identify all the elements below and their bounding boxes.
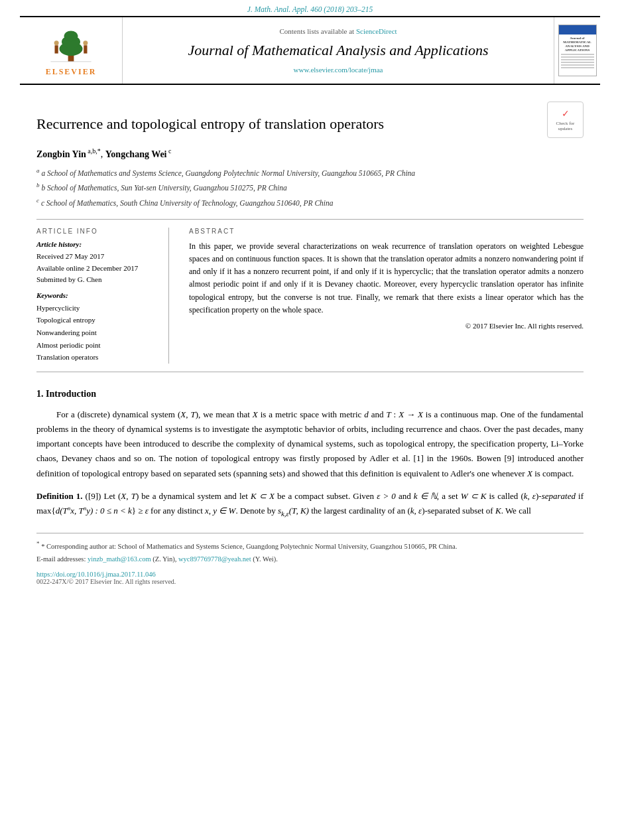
def-math-K2: K [495, 506, 501, 516]
math-X-to-X: X → X [399, 409, 423, 419]
affil-a-text: a School of Mathematics and Systems Scie… [41, 169, 415, 177]
abstract-col: ABSTRACT In this paper, we provide sever… [189, 228, 584, 364]
footnote-area: * * Corresponding author at: School of M… [36, 533, 584, 585]
svg-point-6 [83, 40, 88, 45]
keywords-title: Keywords: [36, 291, 155, 299]
affil-c-text: c School of Mathematics, South China Uni… [41, 199, 334, 207]
svg-point-3 [64, 31, 78, 41]
cover-line-3 [561, 59, 594, 60]
svg-point-4 [54, 40, 59, 45]
email2-note: (Y. Wei). [253, 555, 278, 563]
section-divider [36, 372, 584, 372]
check-updates-badge: ✓ Check for updates [547, 102, 584, 138]
sciencedirect-line: Contents lists available at ScienceDirec… [279, 27, 397, 35]
author-2-sup: c [167, 147, 172, 155]
elsevier-logo-box: ELSEVIER [20, 17, 123, 84]
issn-line: 0022-247X/© 2017 Elsevier Inc. All right… [36, 578, 584, 585]
def-math-dist: d(Tnx, Tny) : 0 ≤ n < k [56, 506, 132, 516]
email-footnote: E-mail addresses: yinzb_math@163.com (Z.… [36, 554, 584, 565]
author-2-name: Yongchang Wei [105, 149, 167, 159]
keywords-list: Hypercyclicity Topological entropy Nonwa… [36, 302, 155, 364]
def-math-ke2: k, ε [410, 506, 422, 516]
def-separated-word: separated [542, 491, 576, 501]
copyright-text: © 2017 Elsevier Inc. All rights reserved… [189, 322, 584, 330]
article-info-header: ARTICLE INFO [36, 228, 155, 235]
email2-link[interactable]: wyc897769778@yeah.net [178, 555, 251, 563]
cover-line-1 [561, 54, 594, 55]
affil-a: a a School of Mathematics and Systems Sc… [36, 166, 584, 179]
author-1-name: Zongbin Yin [36, 149, 86, 159]
math-X3: X [527, 468, 532, 478]
journal-header: ELSEVIER Contents lists available at Sci… [20, 16, 600, 85]
journal-cover-thumbnail: Journal ofMATHEMATICALANALYSIS ANDAPPLIC… [558, 25, 597, 76]
cover-line-2 [561, 56, 594, 58]
received-text: Received 27 May 2017 [36, 251, 155, 263]
elsevier-brand-text: ELSEVIER [46, 67, 97, 77]
affil-b: b b School of Mathematics, Sun Yat-sen U… [36, 180, 584, 194]
math-T-arrow: T [386, 409, 391, 419]
definition-label: Definition 1. [36, 491, 82, 501]
contents-available-text: Contents lists available at [279, 27, 354, 35]
def-math-T: T [131, 491, 136, 501]
def-math-eps: ε > 0 [377, 491, 396, 501]
keyword-2: Topological entropy [36, 314, 155, 326]
issn-text: 0022-247X/© 2017 Elsevier Inc. All right… [36, 578, 176, 585]
def-math-ke: k, ε [524, 491, 536, 501]
email1-link[interactable]: yinzb_math@163.com [88, 555, 151, 563]
cover-line-4 [561, 62, 594, 63]
keyword-1: Hypercyclicity [36, 302, 155, 315]
author-1-sup: a,b,* [86, 147, 101, 155]
info-section: ARTICLE INFO Article history: Received 2… [36, 228, 584, 364]
header-divider [36, 219, 584, 220]
affil-b-text: b School of Mathematics, Sun Yat-sen Uni… [41, 184, 286, 192]
abstract-text: In this paper, we provide several charac… [189, 240, 584, 316]
keyword-3: Nonwandering point [36, 326, 155, 339]
check-updates-label: Check for updates [550, 121, 580, 131]
corresponding-author-text: * Corresponding author at: School of Mat… [41, 543, 457, 550]
journal-url[interactable]: www.elsevier.com/locate/jmaa [294, 66, 383, 74]
cover-line-5 [561, 64, 594, 66]
def-math-W: W ⊂ K [461, 491, 487, 501]
journal-title-area: Contents lists available at ScienceDirec… [123, 17, 554, 84]
sciencedirect-link[interactable]: ScienceDirect [356, 27, 397, 35]
math-d: d [364, 409, 369, 419]
keyword-5: Translation operators [36, 351, 155, 364]
journal-cover-box: Journal ofMATHEMATICALANALYSIS ANDAPPLIC… [554, 17, 600, 84]
and-word: and [287, 468, 300, 478]
def-math-xy: x, y ∈ W [205, 506, 235, 516]
affiliations-block: a a School of Mathematics and Systems Sc… [36, 166, 584, 209]
math-X2: X [253, 409, 258, 419]
intro-para-1: For a (discrete) dynamical system (X, T)… [36, 407, 584, 480]
doi-text: https://doi.org/10.1016/j.jmaa.2017.11.0… [36, 571, 156, 578]
intro-section-title: 1. Introduction [36, 389, 584, 399]
definition-1-block: Definition 1. ([9]) Let (X, T) be a dyna… [36, 489, 584, 520]
authors-line: Zongbin Yin a,b,*, Yongchang Wei c [36, 147, 584, 160]
author-separator: , [101, 149, 105, 159]
journal-main-title: Journal of Mathematical Analysis and App… [188, 42, 488, 59]
math-X: X [180, 409, 186, 419]
affil-c-sup: c [36, 197, 39, 204]
journal-ref-text: J. Math. Anal. Appl. 460 (2018) 203–215 [247, 5, 373, 13]
math-T: T [190, 409, 195, 419]
definition-ref: ([9]) [86, 491, 104, 501]
def-math-k: k ∈ ℕ [414, 491, 437, 501]
email-label: E-mail addresses: [36, 555, 86, 563]
submitted-text: Submitted by G. Chen [36, 274, 155, 286]
article-received: Received 27 May 2017 Available online 2 … [36, 251, 155, 286]
elsevier-tree-logo [48, 25, 94, 64]
affil-c: c c School of Mathematics, South China U… [36, 196, 584, 209]
available-text: Available online 2 December 2017 [36, 263, 155, 275]
check-icon: ✓ [562, 108, 570, 119]
main-content: Recurrence and topological entropy of tr… [0, 85, 620, 598]
def-math-eps2: ε [145, 506, 149, 516]
article-title: Recurrence and topological entropy of tr… [36, 115, 384, 134]
doi-line[interactable]: https://doi.org/10.1016/j.jmaa.2017.11.0… [36, 571, 584, 578]
article-history-title: Article history: [36, 240, 155, 248]
keyword-4: Almost periodic point [36, 339, 155, 352]
title-row: Recurrence and topological entropy of tr… [36, 98, 584, 142]
def-math-X: X [121, 491, 126, 501]
affil-b-sup: b [36, 182, 40, 188]
cover-blue-banner [559, 25, 596, 35]
corresponding-author-note: * * Corresponding author at: School of M… [36, 539, 584, 552]
affil-a-sup: a [36, 167, 40, 174]
